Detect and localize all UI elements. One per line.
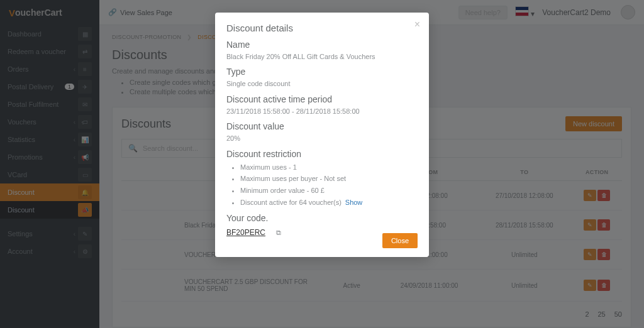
show-link[interactable]: Show [345, 199, 363, 206]
modal-title: Discount details [226, 23, 418, 33]
restriction-item: Minimum order value - 60 £ [240, 185, 418, 197]
modal-type-heading: Type [226, 67, 418, 77]
discount-details-modal: × Discount details Name Black Friday 20%… [215, 13, 429, 257]
modal-period-value: 23/11/2018 15:58:00 - 28/11/2018 15:58:0… [226, 107, 418, 116]
close-icon[interactable]: × [414, 19, 420, 30]
modal-type-value: Single code discount [226, 79, 418, 89]
restriction-list: Maximum uses - 1 Maximum uses per buyer … [240, 161, 418, 209]
restriction-item: Discount active for 64 voucher(s)Show [240, 197, 418, 209]
modal-code-heading: Your code. [226, 213, 418, 223]
modal-value-heading: Discount value [226, 121, 418, 131]
restriction-item: Maximum uses per buyer - Not set [240, 173, 418, 185]
modal-name-heading: Name [226, 40, 418, 50]
close-button[interactable]: Close [382, 233, 418, 248]
modal-name-value: Black Friday 20% Off ALL Gift Cards & Vo… [226, 52, 418, 62]
modal-value-value: 20% [226, 134, 418, 143]
modal-period-heading: Discount active time period [226, 94, 418, 104]
modal-restriction-heading: Discount restriction [226, 149, 418, 159]
discount-code: BF20PERC [226, 228, 265, 237]
restriction-item: Maximum uses - 1 [240, 161, 418, 173]
copy-icon[interactable]: ⧉ [276, 229, 281, 236]
